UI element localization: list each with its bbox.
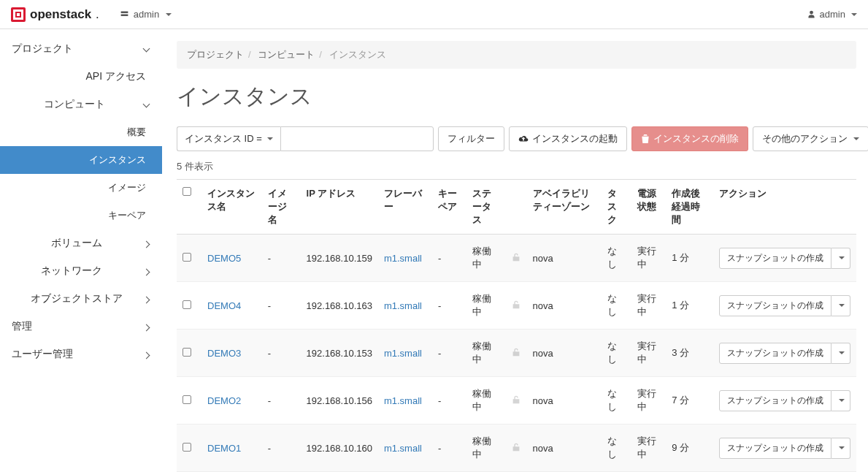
cell-age: 3 分	[666, 330, 713, 377]
row-checkbox[interactable]	[183, 443, 191, 452]
row-actions-dropdown[interactable]	[831, 390, 850, 411]
filter-button[interactable]: フィルター	[438, 126, 504, 151]
flavor-link[interactable]: m1.small	[384, 348, 422, 359]
row-checkbox[interactable]	[183, 395, 191, 404]
instance-name-link[interactable]: DEMO2	[207, 395, 241, 406]
snapshot-button[interactable]: スナップショットの作成	[719, 390, 831, 411]
sidebar-item-overview[interactable]: 概要	[0, 118, 162, 146]
chevron-down-icon	[144, 99, 149, 110]
cell-task: なし	[602, 425, 631, 472]
cell-image: -	[262, 377, 301, 425]
cell-image: -	[262, 330, 301, 377]
col-task[interactable]: タスク	[602, 180, 631, 235]
chevron-right-icon	[144, 321, 149, 332]
breadcrumb-item[interactable]: プロジェクト	[187, 49, 244, 60]
sidebar-item-images[interactable]: イメージ	[0, 174, 162, 202]
toolbar: インスタンス ID = フィルター インスタンスの起動 インスタンスの削除 その…	[177, 126, 856, 151]
cell-ip: 192.168.10.156	[301, 377, 378, 425]
cell-keypair: -	[432, 425, 466, 472]
breadcrumb-item[interactable]: コンピュート	[258, 49, 315, 60]
page-title: インスタンス	[177, 82, 856, 112]
cell-task: なし	[602, 377, 631, 425]
sidebar-item-project[interactable]: プロジェクト	[0, 35, 162, 63]
project-selector[interactable]: admin	[112, 4, 179, 24]
logo[interactable]: openstack.	[11, 7, 99, 22]
col-flavor[interactable]: フレーバー	[378, 180, 432, 235]
chevron-right-icon	[144, 349, 149, 360]
breadcrumb: プロジェクト/ コンピュート/ インスタンス	[177, 41, 856, 69]
select-all-checkbox[interactable]	[183, 187, 191, 196]
col-power[interactable]: 電源状態	[631, 180, 666, 235]
col-status[interactable]: ステータス	[466, 180, 505, 235]
brand-text: openstack	[30, 7, 91, 22]
openstack-icon	[11, 7, 26, 22]
instance-name-link[interactable]: DEMO1	[207, 443, 241, 454]
launch-instance-button[interactable]: インスタンスの起動	[509, 126, 627, 151]
sidebar-item-compute[interactable]: コンピュート	[0, 91, 162, 118]
col-keypair[interactable]: キーペア	[432, 180, 466, 235]
project-icon	[120, 9, 129, 19]
row-actions-dropdown[interactable]	[831, 438, 850, 459]
col-image[interactable]: イメージ名	[262, 180, 301, 235]
snapshot-button[interactable]: スナップショットの作成	[719, 295, 831, 316]
unlock-icon[interactable]	[511, 300, 521, 310]
user-icon	[807, 9, 816, 19]
topbar: openstack. admin admin	[0, 0, 868, 29]
flavor-link[interactable]: m1.small	[384, 300, 422, 311]
instance-name-link[interactable]: DEMO5	[207, 253, 241, 264]
chevron-down-icon	[166, 13, 172, 16]
sidebar-item-admin[interactable]: 管理	[0, 313, 162, 340]
snapshot-button[interactable]: スナップショットの作成	[719, 438, 831, 459]
filter-input[interactable]	[280, 126, 434, 151]
sidebar-item-network[interactable]: ネットワーク	[0, 257, 162, 285]
unlock-icon[interactable]	[511, 395, 521, 405]
snapshot-button[interactable]: スナップショットの作成	[719, 343, 831, 364]
flavor-link[interactable]: m1.small	[384, 395, 422, 406]
cell-power: 実行中	[631, 377, 666, 425]
chevron-down-icon	[839, 256, 845, 259]
instance-name-link[interactable]: DEMO3	[207, 348, 241, 359]
cell-status: 稼働中	[466, 377, 505, 425]
cell-image: -	[262, 282, 301, 330]
breadcrumb-item: インスタンス	[329, 49, 386, 60]
user-menu[interactable]: admin	[807, 9, 857, 20]
col-name[interactable]: インスタンス名	[201, 180, 262, 235]
sidebar-item-identity[interactable]: ユーザー管理	[0, 340, 162, 368]
filter-type-select[interactable]: インスタンス ID =	[177, 126, 280, 151]
instance-name-link[interactable]: DEMO4	[207, 300, 241, 311]
delete-instances-button[interactable]: インスタンスの削除	[631, 126, 748, 151]
table-row: DEMO3-192.168.10.153m1.small-稼働中novaなし実行…	[177, 330, 856, 377]
flavor-link[interactable]: m1.small	[384, 443, 422, 454]
other-actions-button[interactable]: その他のアクション	[753, 126, 868, 151]
cell-power: 実行中	[631, 282, 666, 330]
unlock-icon[interactable]	[511, 252, 521, 262]
unlock-icon[interactable]	[511, 347, 521, 357]
main-content: プロジェクト/ コンピュート/ インスタンス インスタンス インスタンス ID …	[162, 29, 868, 472]
sidebar-item-keypairs[interactable]: キーペア	[0, 202, 162, 229]
cell-age: 7 分	[666, 377, 713, 425]
sidebar-item-object-store[interactable]: オブジェクトストア	[0, 285, 162, 313]
row-checkbox[interactable]	[183, 300, 191, 309]
row-checkbox[interactable]	[183, 253, 191, 262]
flavor-link[interactable]: m1.small	[384, 253, 422, 264]
sidebar-item-volumes[interactable]: ボリューム	[0, 229, 162, 257]
cell-az: nova	[527, 330, 602, 377]
row-actions-dropdown[interactable]	[831, 248, 850, 269]
snapshot-button[interactable]: スナップショットの作成	[719, 248, 831, 269]
sidebar-item-api-access[interactable]: API アクセス	[0, 63, 162, 91]
chevron-right-icon	[144, 293, 149, 305]
col-ip[interactable]: IP アドレス	[301, 180, 378, 235]
table-row: DEMO1-192.168.10.160m1.small-稼働中novaなし実行…	[177, 425, 856, 472]
cell-keypair: -	[432, 330, 466, 377]
chevron-down-icon	[839, 446, 845, 449]
row-actions-dropdown[interactable]	[831, 295, 850, 316]
col-az[interactable]: アベイラビリティーゾーン	[527, 180, 602, 235]
topbar-left: openstack. admin	[11, 4, 179, 24]
col-age[interactable]: 作成後経過時間	[666, 180, 713, 235]
row-checkbox[interactable]	[183, 348, 191, 357]
sidebar-item-instances[interactable]: インスタンス	[0, 146, 162, 174]
cell-age: 9 分	[666, 425, 713, 472]
cell-image: -	[262, 235, 301, 282]
row-actions-dropdown[interactable]	[831, 343, 850, 364]
unlock-icon[interactable]	[511, 442, 521, 452]
